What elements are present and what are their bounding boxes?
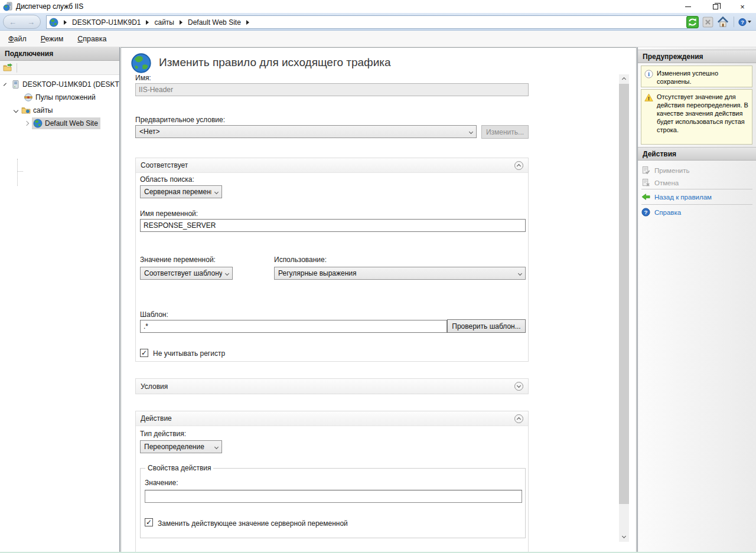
cancel-label: Отмена bbox=[654, 179, 679, 186]
actions-separator bbox=[641, 189, 752, 189]
toolbar-separator bbox=[734, 17, 734, 27]
action-type-select[interactable]: Переопределение bbox=[140, 440, 222, 453]
conditions-section-title: Условия bbox=[141, 382, 168, 391]
breadcrumb-sites[interactable]: сайты bbox=[154, 18, 174, 27]
menu-file[interactable]: Файл bbox=[8, 35, 27, 43]
replace-value-checkbox[interactable]: ✓ bbox=[145, 518, 153, 526]
variable-name-input[interactable] bbox=[140, 219, 526, 232]
back-to-rules-label[interactable]: Назад к правилам bbox=[654, 194, 712, 201]
action-value-label: Значение: bbox=[145, 479, 178, 487]
expand-button[interactable] bbox=[514, 382, 523, 391]
precondition-select[interactable]: <Нет> bbox=[135, 125, 477, 138]
chevron-down-icon bbox=[518, 271, 522, 275]
nav-buttons: ← → bbox=[3, 15, 41, 29]
apply-icon bbox=[641, 166, 650, 175]
match-section-header[interactable]: Соответствует bbox=[136, 158, 528, 173]
selected-tree-item[interactable]: Default Web Site bbox=[32, 117, 100, 129]
breadcrumb-arrow-icon[interactable] bbox=[246, 20, 249, 25]
expander-icon[interactable] bbox=[4, 83, 6, 86]
tree-item-label: DESKTOP-U1MK9D1 (DESKTOP bbox=[22, 80, 119, 89]
scope-select[interactable]: Серверная переменн bbox=[140, 185, 222, 198]
precondition-value: <Нет> bbox=[139, 127, 466, 136]
breadcrumb-arrow-icon[interactable] bbox=[180, 20, 183, 25]
conditions-section-header[interactable]: Условия bbox=[136, 379, 528, 394]
chevron-up-icon bbox=[517, 163, 521, 168]
chevron-up-icon bbox=[622, 77, 626, 81]
help-action[interactable]: Справка bbox=[641, 208, 681, 217]
breadcrumb-site[interactable]: Default Web Site bbox=[188, 18, 241, 27]
forward-nav-icon[interactable]: → bbox=[27, 18, 35, 26]
help-button[interactable] bbox=[738, 15, 751, 28]
ignore-case-checkbox[interactable]: ✓ bbox=[140, 349, 148, 357]
minimize-button[interactable] bbox=[674, 0, 702, 13]
variable-value-select[interactable]: Соответствует шаблону bbox=[140, 267, 233, 280]
action-type-value: Переопределение bbox=[144, 443, 211, 451]
chevron-up-icon bbox=[517, 417, 521, 421]
connections-panel: Подключения DESKTOP-U1MK9D1 (DESKTOP Пул… bbox=[0, 47, 120, 553]
action-value-input[interactable] bbox=[145, 490, 522, 503]
help-icon bbox=[738, 17, 747, 28]
scroll-up-button[interactable] bbox=[619, 74, 629, 84]
tree-item-app-pools[interactable]: Пулы приложений bbox=[0, 91, 119, 104]
test-pattern-button[interactable]: Проверить шаблон... bbox=[447, 319, 526, 333]
breadcrumb-server[interactable]: DESKTOP-U1MK9D1 bbox=[72, 18, 141, 27]
action-type-label: Тип действия: bbox=[140, 430, 186, 438]
breadcrumb-arrow-icon[interactable] bbox=[64, 20, 67, 25]
edit-precondition-button: Изменить... bbox=[481, 125, 529, 139]
menu-bar: Файл Режим Справка bbox=[0, 31, 756, 47]
tree-item-sites[interactable]: сайты bbox=[0, 104, 119, 117]
warning-icon bbox=[644, 93, 653, 102]
save-connection-icon[interactable] bbox=[3, 63, 12, 73]
app-pools-icon bbox=[24, 93, 33, 102]
menu-help[interactable]: Справка bbox=[77, 35, 106, 43]
pattern-input[interactable] bbox=[140, 320, 447, 333]
back-to-rules-action[interactable]: Назад к правилам bbox=[641, 192, 712, 201]
refresh-button[interactable] bbox=[686, 15, 699, 28]
actions-header: Действия bbox=[638, 147, 756, 161]
connections-tree: DESKTOP-U1MK9D1 (DESKTOP Пулы приложений… bbox=[0, 75, 119, 130]
restore-button[interactable] bbox=[702, 0, 729, 13]
tree-item-label: Пулы приложений bbox=[35, 93, 96, 102]
globe-icon bbox=[49, 18, 58, 27]
navigation-toolbar: ← → DESKTOP-U1MK9D1 сайты Default Web Si… bbox=[0, 13, 756, 31]
scope-label: Область поиска: bbox=[140, 175, 194, 184]
iis-manager-window: Диспетчер служб IIS × ← → DESKTOP-U1MK9D… bbox=[0, 0, 756, 553]
site-globe-icon bbox=[33, 119, 43, 128]
pattern-label: Шаблон: bbox=[140, 310, 168, 319]
warning-alert: Отсутствует значение для действия переоп… bbox=[641, 89, 752, 145]
info-icon bbox=[644, 70, 653, 78]
close-button[interactable]: × bbox=[729, 0, 756, 13]
scroll-down-button[interactable] bbox=[619, 532, 629, 542]
variable-value-label: Значение переменной: bbox=[140, 256, 216, 264]
using-label: Использование: bbox=[274, 256, 327, 264]
tree-item-server[interactable]: DESKTOP-U1MK9D1 (DESKTOP bbox=[0, 78, 119, 91]
warnings-header: Предупреждения bbox=[638, 50, 756, 63]
restore-icon bbox=[713, 4, 718, 9]
expander-icon[interactable] bbox=[24, 121, 29, 126]
expander-icon[interactable] bbox=[14, 108, 18, 113]
match-section-title: Соответствует bbox=[141, 161, 188, 169]
info-alert: Изменения успешно сохранены. bbox=[641, 66, 752, 87]
collapse-button[interactable] bbox=[514, 161, 523, 170]
scrollbar-thumb[interactable] bbox=[619, 84, 629, 504]
chevron-down-icon bbox=[517, 384, 521, 388]
name-input bbox=[135, 83, 529, 96]
title-bar: Диспетчер служб IIS × bbox=[0, 0, 756, 13]
back-nav-icon[interactable]: ← bbox=[9, 18, 17, 26]
tree-item-default-web-site[interactable]: Default Web Site bbox=[0, 117, 119, 130]
breadcrumb-arrow-icon[interactable] bbox=[146, 20, 149, 25]
variable-value-value: Соответствует шаблону bbox=[144, 269, 222, 277]
home-button[interactable] bbox=[716, 15, 729, 28]
vertical-scrollbar[interactable] bbox=[619, 74, 629, 542]
connections-toolbar bbox=[0, 61, 119, 75]
name-label: Имя: bbox=[135, 74, 151, 82]
variable-name-label: Имя переменной: bbox=[140, 210, 198, 218]
help-label[interactable]: Справка bbox=[654, 209, 681, 216]
toolbar-separator bbox=[17, 63, 17, 73]
using-select[interactable]: Регулярные выражения bbox=[274, 267, 526, 280]
action-section-header[interactable]: Действие bbox=[136, 411, 528, 426]
app-icon bbox=[3, 2, 12, 11]
address-bar[interactable]: DESKTOP-U1MK9D1 сайты Default Web Site bbox=[46, 15, 687, 29]
menu-view[interactable]: Режим bbox=[41, 35, 64, 43]
collapse-button[interactable] bbox=[514, 414, 523, 423]
